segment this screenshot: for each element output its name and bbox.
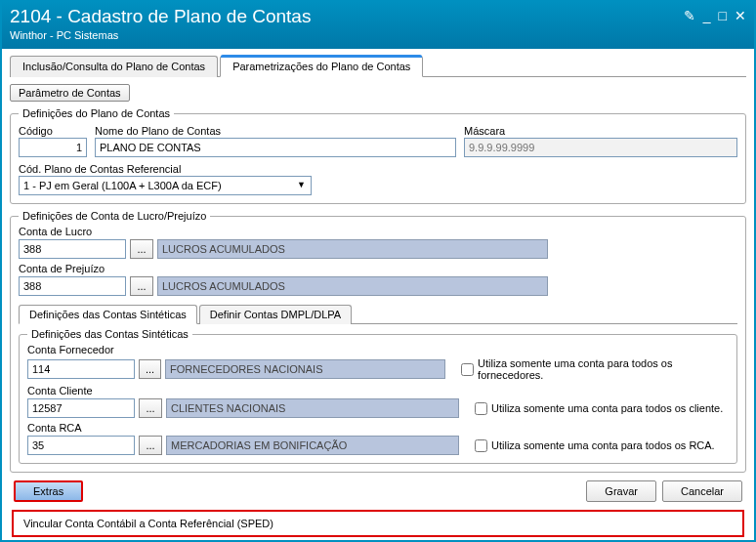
gravar-button[interactable]: Gravar (586, 480, 656, 502)
codref-select[interactable] (19, 176, 312, 195)
fornecedor-browse[interactable]: ... (139, 359, 161, 379)
rca-code[interactable] (27, 436, 135, 455)
close-icon[interactable]: ✕ (735, 8, 746, 23)
window-title: 2104 - Cadastro de Plano de Contas (10, 6, 311, 27)
fornecedor-checkbox[interactable] (461, 363, 474, 376)
parametro-contas-button[interactable]: Parâmetro de Contas (10, 84, 130, 102)
group-definicoes-plano: Definições do Plano de Contas Código Nom… (10, 107, 746, 204)
cliente-browse[interactable]: ... (139, 398, 162, 418)
conta-lucro-desc (157, 239, 548, 259)
tab-inclusao[interactable]: Inclusão/Consulta do Plano de Contas (10, 56, 218, 77)
titlebar: 2104 - Cadastro de Plano de Contas Winth… (2, 2, 754, 49)
cliente-code[interactable] (27, 398, 135, 418)
conta-lucro-code[interactable] (19, 239, 126, 259)
group-sinteticas: Definições das Contas Sintéticas Conta F… (19, 328, 737, 464)
legend-sinteticas: Definições das Contas Sintéticas (27, 328, 192, 340)
tab-dmpl[interactable]: Definir Contas DMPL/DLPA (199, 305, 352, 324)
rca-checkbox[interactable] (475, 439, 487, 452)
codigo-label: Código (19, 125, 87, 137)
group-lucro-prejuizo: Definições de Conta de Lucro/Prejuízo Co… (10, 210, 746, 473)
cliente-checkbox[interactable] (475, 402, 487, 415)
fornecedor-desc (165, 359, 445, 379)
mascara-input (464, 138, 737, 157)
conta-prej-browse[interactable]: ... (130, 276, 153, 296)
maximize-icon[interactable]: □ (719, 8, 727, 23)
fornecedor-code[interactable] (27, 359, 135, 379)
conta-lucro-label: Conta de Lucro (19, 226, 92, 237)
conta-prej-label: Conta de Prejuízo (19, 263, 737, 274)
fornecedor-chk-label: Utiliza somente uma conta para todos os … (478, 357, 729, 381)
rca-desc (166, 436, 459, 455)
cliente-desc (166, 398, 459, 418)
legend-lucro-prej: Definições de Conta de Lucro/Prejuízo (19, 210, 210, 222)
tab-parametrizacoes[interactable]: Parametrizações do Plano de Contas (220, 56, 423, 77)
mascara-label: Máscara (464, 125, 737, 137)
conta-lucro-browse[interactable]: ... (130, 239, 153, 259)
cliente-label: Conta Cliente (27, 385, 729, 396)
extras-button[interactable]: Extras (14, 480, 83, 502)
cancelar-button[interactable]: Cancelar (662, 480, 742, 502)
menu-item-vincular-sped[interactable]: Vincular Conta Contábil a Conta Referênc… (23, 518, 733, 529)
window-subtitle: Winthor - PC Sistemas (10, 29, 311, 41)
main-tabs: Inclusão/Consulta do Plano de Contas Par… (10, 55, 746, 77)
rca-label: Conta RCA (27, 422, 729, 434)
codref-label: Cód. Plano de Contas Referencial (19, 163, 312, 175)
inner-tabs: Definições das Contas Sintéticas Definir… (19, 304, 737, 324)
rca-chk-label: Utiliza somente uma conta para todos os … (491, 439, 715, 451)
minimize-icon[interactable]: _ (703, 8, 711, 23)
conta-prej-desc (157, 276, 548, 296)
edit-icon[interactable]: ✎ (684, 8, 695, 23)
nome-input[interactable] (95, 138, 456, 157)
codigo-input[interactable] (19, 138, 87, 157)
cliente-chk-label: Utiliza somente uma conta para todos os … (491, 402, 723, 414)
tab-sinteticas[interactable]: Definições das Contas Sintéticas (19, 305, 197, 324)
fornecedor-label: Conta Fornecedor (27, 344, 114, 355)
conta-prej-code[interactable] (19, 276, 126, 296)
nome-label: Nome do Plano de Contas (95, 125, 456, 137)
legend-def-plano: Definições do Plano de Contas (19, 107, 174, 119)
rca-browse[interactable]: ... (139, 436, 162, 455)
extras-dropdown: Vincular Conta Contábil a Conta Referênc… (12, 510, 744, 537)
